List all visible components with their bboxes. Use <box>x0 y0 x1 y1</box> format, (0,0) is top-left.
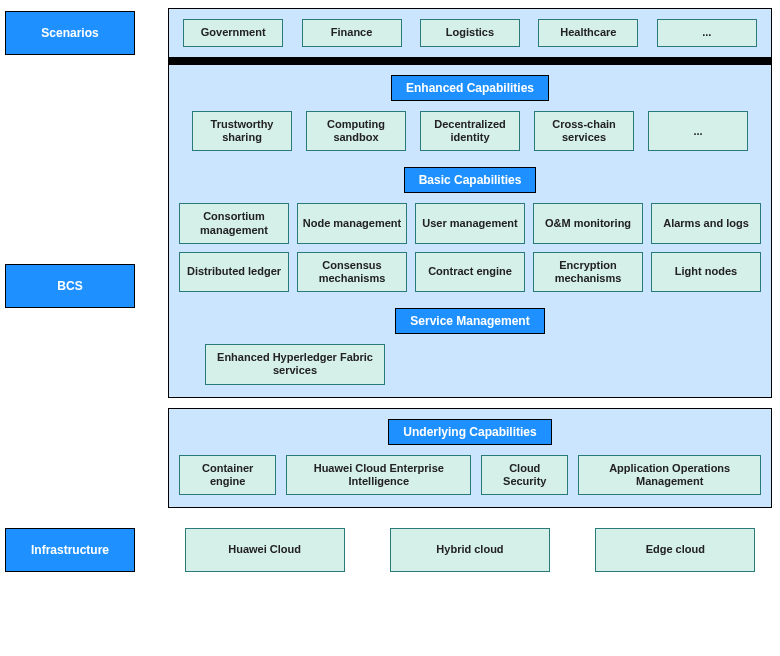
cap-om-monitoring: O&M monitoring <box>533 203 643 243</box>
cap-distributed-ledger: Distributed ledger <box>179 252 289 292</box>
cap-consensus-mechanisms: Consensus mechanisms <box>297 252 407 292</box>
cap-cross-chain-services: Cross-chain services <box>534 111 634 151</box>
cap-computing-sandbox: Computing sandbox <box>306 111 406 151</box>
cap-contract-engine: Contract engine <box>415 252 525 292</box>
scenario-more: ... <box>657 19 757 47</box>
scenario-government: Government <box>183 19 283 47</box>
cap-node-management: Node management <box>297 203 407 243</box>
cap-cloud-security: Cloud Security <box>481 455 568 495</box>
cap-light-nodes: Light nodes <box>651 252 761 292</box>
cap-huawei-cloud-ei: Huawei Cloud Enterprise Intelligence <box>286 455 471 495</box>
cap-alarms-logs: Alarms and logs <box>651 203 761 243</box>
scenarios-label: Scenarios <box>5 11 135 55</box>
cap-encryption-mechanisms: Encryption mechanisms <box>533 252 643 292</box>
scenarios-row: Scenarios Government Finance Logistics H… <box>0 8 772 58</box>
underlying-panel: Underlying Capabilities Container engine… <box>168 408 772 508</box>
architecture-diagram: Scenarios Government Finance Logistics H… <box>0 0 780 656</box>
infra-hybrid-cloud: Hybrid cloud <box>390 528 550 572</box>
scenarios-panel: Government Finance Logistics Healthcare … <box>168 8 772 58</box>
service-management-header: Service Management <box>395 308 544 334</box>
enhanced-capabilities-row: Trustworthy sharing Computing sandbox De… <box>179 111 761 151</box>
bcs-row: BCS Enhanced Capabilities Trustworthy sh… <box>0 64 772 508</box>
cap-aom: Application Operations Management <box>578 455 761 495</box>
cap-container-engine: Container engine <box>179 455 276 495</box>
cap-trustworthy-sharing: Trustworthy sharing <box>192 111 292 151</box>
cap-user-management: User management <box>415 203 525 243</box>
underlying-row: Container engine Huawei Cloud Enterprise… <box>179 455 761 495</box>
basic-capabilities-row-1: Consortium management Node management Us… <box>179 203 761 243</box>
infra-edge-cloud: Edge cloud <box>595 528 755 572</box>
scenario-logistics: Logistics <box>420 19 520 47</box>
scenario-healthcare: Healthcare <box>538 19 638 47</box>
scenario-finance: Finance <box>302 19 402 47</box>
basic-capabilities-header: Basic Capabilities <box>404 167 537 193</box>
enhanced-capabilities-header: Enhanced Capabilities <box>391 75 549 101</box>
infra-items: Huawei Cloud Hybrid cloud Edge cloud <box>168 528 772 572</box>
cap-enhanced-more: ... <box>648 111 748 151</box>
cap-hyperledger-fabric: Enhanced Hyperledger Fabric services <box>205 344 385 384</box>
fabric-row: Enhanced Hyperledger Fabric services <box>179 344 761 384</box>
basic-capabilities-row-2: Distributed ledger Consensus mechanisms … <box>179 252 761 292</box>
infrastructure-row: Infrastructure Huawei Cloud Hybrid cloud… <box>0 528 772 572</box>
infrastructure-label: Infrastructure <box>5 528 135 572</box>
bcs-panel: Enhanced Capabilities Trustworthy sharin… <box>168 64 772 398</box>
cap-consortium-management: Consortium management <box>179 203 289 243</box>
infra-huawei-cloud: Huawei Cloud <box>185 528 345 572</box>
underlying-capabilities-header: Underlying Capabilities <box>388 419 551 445</box>
cap-decentralized-identity: Decentralized identity <box>420 111 520 151</box>
bcs-label: BCS <box>5 264 135 308</box>
